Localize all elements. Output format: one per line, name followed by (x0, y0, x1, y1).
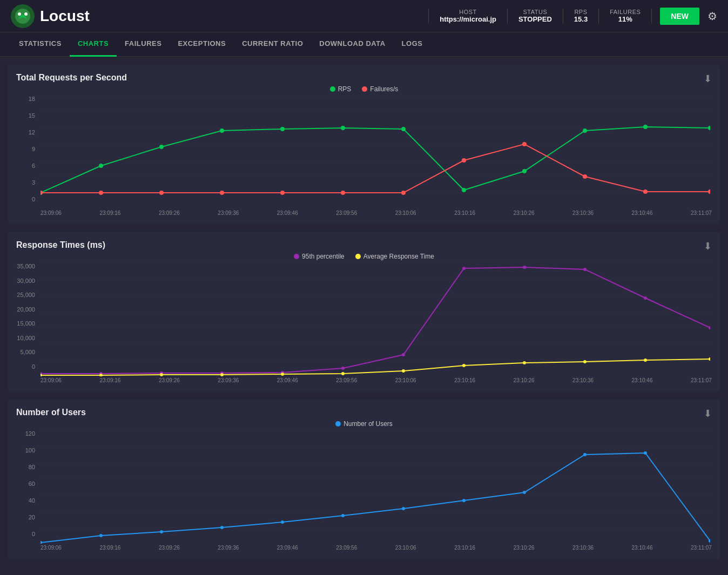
response-y-axis: 35,000 30,000 25,000 20,000 15,000 10,00… (16, 263, 38, 370)
users-chart-area: 120 100 80 60 40 20 0 (16, 430, 712, 551)
svg-point-26 (220, 191, 224, 195)
settings-button[interactable]: ⚙ (707, 10, 717, 23)
rps-chart-area: 18 15 12 9 6 3 0 (16, 96, 712, 216)
svg-point-28 (341, 191, 345, 195)
svg-point-80 (462, 499, 466, 502)
locust-logo-icon (11, 4, 35, 28)
nav-item-download-data[interactable]: DOWNLOAD DATA (311, 32, 393, 57)
host-value: https://microai.jp (440, 15, 496, 23)
nav-item-current-ratio[interactable]: CURRENT RATIO (234, 32, 311, 57)
logo-area: Locust (11, 4, 90, 28)
header: Locust HOST https://microai.jp STATUS ST… (0, 0, 728, 32)
svg-point-60 (402, 369, 405, 373)
svg-point-47 (341, 367, 345, 370)
users-download-icon[interactable]: ⬇ (704, 408, 712, 420)
svg-point-48 (402, 353, 405, 356)
rps-download-icon[interactable]: ⬇ (704, 73, 712, 85)
svg-point-83 (644, 451, 647, 455)
svg-point-17 (401, 127, 406, 131)
svg-point-58 (281, 373, 284, 376)
svg-point-20 (583, 128, 587, 133)
users-legend-users: Number of Users (335, 420, 393, 428)
response-chart-area: 35,000 30,000 25,000 20,000 15,000 10,00… (16, 263, 712, 383)
svg-point-24 (99, 191, 103, 195)
svg-point-21 (643, 125, 648, 129)
svg-point-14 (220, 128, 224, 133)
svg-point-34 (708, 190, 710, 194)
svg-point-16 (341, 126, 345, 130)
nav-item-charts[interactable]: CHARTS (70, 32, 117, 57)
svg-point-75 (160, 530, 163, 533)
host-label: HOST (459, 9, 477, 15)
failures-value: 11% (618, 15, 632, 23)
status-label: STATUS (523, 9, 548, 15)
svg-point-18 (462, 188, 466, 192)
users-legend-label-users: Number of Users (343, 420, 393, 428)
response-legend-label-95th: 95th percentile (302, 253, 345, 260)
rps-y-axis: 18 15 12 9 6 3 0 (16, 96, 38, 202)
rps-chart-title: Total Requests per Second (16, 73, 712, 83)
svg-point-31 (522, 142, 527, 146)
svg-point-82 (583, 453, 587, 456)
response-legend-label-avg: Average Response Time (363, 253, 434, 260)
nav-item-exceptions[interactable]: EXCEPTIONS (170, 32, 234, 57)
svg-point-61 (462, 364, 466, 367)
nav-item-failures[interactable]: FAILURES (117, 32, 170, 57)
rps-x-axis: 23:09:06 23:09:16 23:09:26 23:09:36 23:0… (41, 210, 712, 216)
response-svg-container (41, 263, 712, 376)
users-chart-section: ⬇ Number of Users Number of Users 120 10… (8, 400, 720, 559)
response-legend-dot-avg (355, 254, 361, 259)
users-chart-title: Number of Users (16, 408, 712, 417)
logo-text: Locust (40, 8, 90, 25)
status-value: STOPPED (518, 15, 552, 23)
response-download-icon[interactable]: ⬇ (704, 240, 712, 252)
svg-point-12 (99, 164, 103, 168)
nav-item-logs[interactable]: LOGS (394, 32, 431, 57)
new-button[interactable]: NEW (660, 8, 699, 25)
svg-point-62 (523, 361, 526, 364)
rps-chart-section: ⬇ Total Requests per Second RPS Failures… (8, 65, 720, 224)
rps-legend-rps: RPS (330, 85, 352, 93)
svg-point-81 (523, 491, 526, 494)
svg-point-64 (644, 358, 647, 362)
svg-point-27 (280, 191, 285, 195)
response-chart-section: ⬇ Response Times (ms) 95th percentile Av… (8, 232, 720, 391)
svg-point-59 (341, 372, 345, 375)
failures-label: FAILURES (610, 9, 641, 15)
users-legend-dot-users (335, 421, 341, 427)
rps-value: 15.3 (574, 15, 588, 23)
svg-point-33 (643, 190, 648, 194)
svg-point-78 (341, 514, 345, 517)
response-svg (41, 263, 710, 376)
svg-point-23 (41, 191, 43, 195)
response-legend-dot-95th (294, 254, 299, 259)
nav-item-statistics[interactable]: STATISTICS (11, 32, 70, 57)
svg-point-29 (401, 191, 406, 195)
rps-legend-dot-failures (362, 86, 367, 92)
svg-point-52 (644, 296, 647, 300)
svg-point-19 (522, 169, 527, 173)
users-svg-container (41, 430, 712, 544)
rps-legend-label-rps: RPS (338, 85, 352, 93)
rps-legend-label-failures: Failures/s (370, 85, 398, 93)
svg-point-22 (708, 126, 710, 130)
svg-point-79 (402, 507, 405, 510)
rps-label: RPS (574, 9, 587, 15)
rps-svg-container (41, 96, 712, 209)
svg-point-51 (583, 268, 587, 271)
rps-stat: RPS 15.3 (563, 9, 599, 23)
nav: STATISTICS CHARTS FAILURES EXCEPTIONS CU… (0, 32, 728, 57)
svg-point-76 (220, 526, 224, 529)
svg-point-3 (24, 12, 28, 16)
users-x-axis: 23:09:06 23:09:16 23:09:26 23:09:36 23:0… (41, 545, 712, 551)
response-legend-avg: Average Response Time (355, 253, 434, 260)
header-stats: HOST https://microai.jp STATUS STOPPED R… (428, 8, 717, 25)
rps-legend-dot-rps (330, 86, 335, 92)
rps-legend-failures: Failures/s (362, 85, 398, 93)
svg-point-57 (220, 373, 224, 376)
users-y-axis: 120 100 80 60 40 20 0 (16, 430, 38, 537)
users-chart-legend: Number of Users (16, 420, 712, 428)
svg-point-73 (41, 541, 42, 544)
svg-point-2 (18, 12, 21, 16)
main-content: ⬇ Total Requests per Second RPS Failures… (0, 57, 728, 575)
